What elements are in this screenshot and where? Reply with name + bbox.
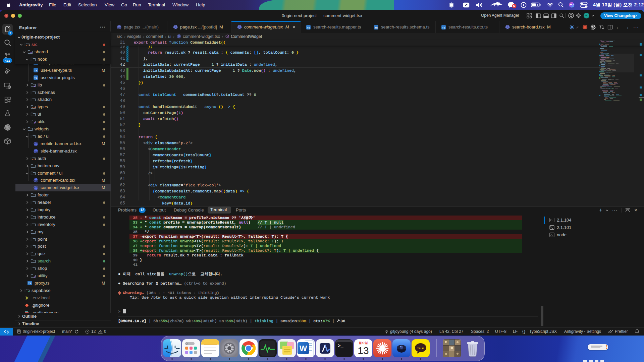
svg-text:TS: TS [442, 26, 445, 29]
svg-text:TALK: TALK [417, 347, 424, 350]
svg-text:TS: TS [307, 26, 310, 29]
svg-text:W: W [300, 344, 307, 353]
svg-text:13: 13 [358, 345, 369, 356]
svg-text:</>: </> [32, 107, 36, 109]
svg-text:TS: TS [34, 69, 38, 72]
svg-text:N: N [513, 4, 516, 8]
svg-text:>_: >_ [338, 343, 343, 349]
svg-text:월요일: 월요일 [359, 341, 368, 345]
svg-text:</>: </> [32, 158, 36, 161]
svg-text:TS: TS [28, 282, 32, 285]
svg-text:TS: TS [34, 64, 38, 65]
svg-text:TS: TS [34, 76, 38, 79]
svg-text:</>: </> [26, 44, 30, 47]
svg-text:TS: TS [375, 26, 378, 29]
